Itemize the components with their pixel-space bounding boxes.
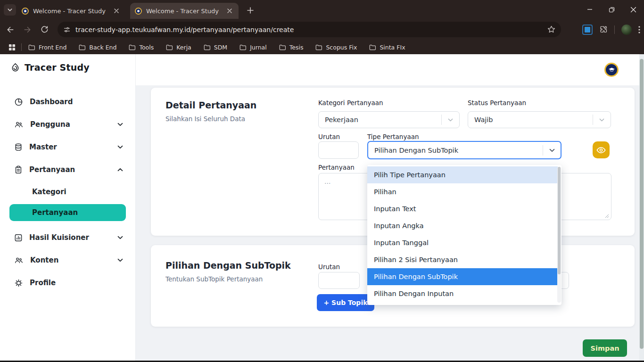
chevron-down-icon xyxy=(117,234,124,241)
dropdown-option-selected[interactable]: Pilihan Dengan SubTopik xyxy=(367,268,558,285)
folder-icon xyxy=(166,44,173,50)
chevron-down-icon xyxy=(117,144,124,150)
dropdown-option[interactable]: Inputan Tanggal xyxy=(367,234,558,251)
sidebar-item-master[interactable]: Master xyxy=(0,138,136,156)
sidebar-item-dashboard[interactable]: Dashboard xyxy=(0,92,136,111)
dropdown-option[interactable]: Pilihan 2 Sisi Pertanyaan xyxy=(367,251,558,268)
page-scrollbar[interactable] xyxy=(639,54,644,361)
tab-search-chevron-icon[interactable] xyxy=(4,4,16,16)
tipe-select[interactable]: Pilihan Dengan SubTopik xyxy=(367,141,561,159)
preview-eye-button[interactable] xyxy=(593,141,610,158)
dropdown-option[interactable]: Inputan Angka xyxy=(367,217,558,234)
bookmark-label: Sinta FIx xyxy=(380,44,405,51)
back-icon[interactable] xyxy=(4,23,17,36)
urutan-label: Urutan xyxy=(318,263,340,271)
bookmark-folder[interactable]: Tesis xyxy=(279,44,304,51)
brand-flame-icon xyxy=(10,63,20,73)
chevron-down-icon xyxy=(441,115,459,125)
database-icon xyxy=(14,143,23,152)
folder-icon xyxy=(369,44,376,50)
bookmark-folder[interactable]: Tools xyxy=(129,44,154,51)
tab-strip: Welcome - Tracer Study Welcome - Tracer … xyxy=(0,0,644,19)
dropdown-option[interactable]: Inputan Text xyxy=(367,200,558,217)
dropdown-scrollbar-thumb[interactable] xyxy=(558,167,561,274)
minimize-icon[interactable] xyxy=(579,0,601,19)
bookmark-folder[interactable]: Sinta FIx xyxy=(369,44,405,51)
toolbar-right xyxy=(582,22,640,37)
dropdown-option[interactable]: Pilihan Dengan Inputan xyxy=(367,285,558,302)
browser-tab-inactive[interactable]: Welcome - Tracer Study xyxy=(17,3,125,19)
dropdown-option[interactable]: Pilihan xyxy=(367,183,558,200)
site-info-icon[interactable] xyxy=(63,26,71,33)
dropdown-option[interactable]: Pilih Tipe Pertanyaan xyxy=(367,166,558,183)
card-subtitle: Tentukan SubTopik Pertanyaan xyxy=(165,275,263,283)
app-page: Tracer Study Dashboard Pengguna Master P… xyxy=(0,54,644,361)
status-label: Status Pertanyaan xyxy=(468,99,526,107)
tipe-value: Pilihan Dengan SubTopik xyxy=(374,147,543,154)
sidebar-item-pengguna[interactable]: Pengguna xyxy=(0,115,136,134)
url-bar[interactable]: tracer-study-app.teukuafwan.my.id/pertan… xyxy=(58,22,561,37)
bookmark-folder[interactable]: Scopus Fix xyxy=(315,44,357,51)
sidebar-subitem-kategori[interactable]: Kategori xyxy=(0,184,136,200)
tipe-label: Tipe Pertanyaan xyxy=(367,133,419,140)
extensions-puzzle-icon[interactable] xyxy=(599,25,608,34)
urutan-input[interactable] xyxy=(318,141,359,159)
sidebar-item-label: Hasil Kuisioner xyxy=(29,233,117,242)
dropdown-scrollbar[interactable] xyxy=(557,167,561,303)
status-select[interactable]: Wajib xyxy=(468,111,611,128)
subtopik-urutan-input[interactable] xyxy=(318,272,360,289)
bookmark-label: Back End xyxy=(89,44,116,51)
bookmark-label: Front End xyxy=(39,44,66,51)
bookmarks-bar: Front End Back End Tools Kerja SDM Jurna… xyxy=(0,40,644,54)
chevron-down-icon xyxy=(543,145,561,156)
chevron-down-icon xyxy=(117,257,124,263)
tab-close-icon[interactable] xyxy=(112,7,121,15)
bookmark-folder[interactable]: Jurnal xyxy=(239,44,267,51)
new-tab-button[interactable] xyxy=(244,4,256,16)
bookmark-star-icon[interactable] xyxy=(547,25,555,33)
bookmarks-separator xyxy=(21,43,22,51)
app-brand: Tracer Study xyxy=(10,62,90,73)
reload-icon[interactable] xyxy=(38,23,51,36)
save-button[interactable]: Simpan xyxy=(583,339,627,357)
kategori-value: Pekerjaan xyxy=(325,116,441,123)
gear-icon xyxy=(14,279,23,288)
site-favicon xyxy=(135,8,142,15)
sidebar-item-pertanyaan[interactable]: Pertanyaan xyxy=(0,160,136,179)
forward-icon[interactable] xyxy=(21,23,34,36)
bookmark-label: SDM xyxy=(214,44,227,51)
kategori-select[interactable]: Pekerjaan xyxy=(318,111,460,128)
browser-tab-active[interactable]: Welcome - Tracer Study xyxy=(130,3,239,19)
sidebar-item-hasil-kuisioner[interactable]: Hasil Kuisioner xyxy=(0,228,136,247)
bookmark-folder[interactable]: SDM xyxy=(204,44,227,51)
restore-icon[interactable] xyxy=(601,0,622,19)
page-scrollbar-thumb[interactable] xyxy=(640,59,644,349)
chevron-up-icon xyxy=(117,166,124,173)
sidebar-item-profile[interactable]: Profile xyxy=(0,273,136,292)
bookmark-folder[interactable]: Front End xyxy=(28,44,66,51)
bookmark-folder[interactable]: Kerja xyxy=(166,44,191,51)
bookmark-label: Tesis xyxy=(289,44,304,51)
sidebar-item-label: Pengguna xyxy=(30,120,117,129)
profile-avatar[interactable] xyxy=(621,25,632,35)
apps-grid-icon[interactable] xyxy=(8,44,16,51)
browser-menu-icon[interactable] xyxy=(638,26,640,33)
card-subtitle: Silahkan Isi Seluruh Data xyxy=(165,115,245,123)
url-text: tracer-study-app.teukuafwan.my.id/pertan… xyxy=(75,26,544,33)
screenshot-extension-icon[interactable] xyxy=(582,25,593,35)
close-icon[interactable] xyxy=(622,0,644,19)
bookmark-label: Jurnal xyxy=(250,44,267,51)
site-favicon xyxy=(22,8,29,15)
toolbar-separator xyxy=(614,25,615,34)
tab-close-icon[interactable] xyxy=(225,7,234,15)
sidebar-item-konten[interactable]: Konten xyxy=(0,251,136,270)
browser-toolbar: tracer-study-app.teukuafwan.my.id/pertan… xyxy=(0,19,644,40)
folder-icon xyxy=(28,44,35,50)
university-logo[interactable] xyxy=(604,63,619,77)
sidebar-subitem-label: Pertanyaan xyxy=(32,208,78,217)
add-subtopik-button[interactable]: + Sub Topik xyxy=(317,294,374,311)
sidebar-subitem-pertanyaan-active[interactable]: Pertanyaan xyxy=(9,204,126,221)
sidebar: Tracer Study Dashboard Pengguna Master P… xyxy=(0,54,136,361)
bookmark-folder[interactable]: Back End xyxy=(79,44,116,51)
bookmark-label: Scopus Fix xyxy=(326,44,357,51)
